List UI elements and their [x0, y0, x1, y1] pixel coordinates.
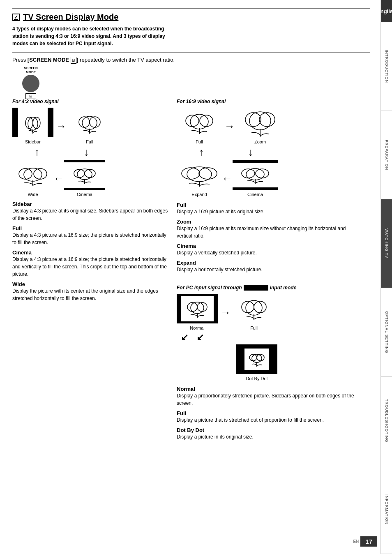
vert-arrows-43: ↑ ↓ [12, 146, 111, 159]
screen-169-cinema [233, 160, 278, 190]
desc-zoom-title: Zoom [177, 219, 362, 225]
desc-expand: Expand Display a horizontally stretched … [177, 260, 362, 273]
desc-pc-full: Full Display a picture that is stretched… [177, 410, 362, 424]
desc-cinema-169-text: Display a vertically stretched picture. [177, 249, 362, 256]
tab-troubleshooting[interactable]: TROUBLESHOOTING [381, 377, 392, 466]
svg-point-25 [182, 168, 200, 179]
desc-full-43: Full Display a 4:3 picture at a 16:9 siz… [12, 225, 168, 246]
arrow-right-169: → [224, 121, 235, 132]
page-footer: EN 17 [353, 536, 377, 547]
desc-sidebar: Sidebar Display a 4:3 picture at its ori… [12, 201, 168, 222]
screen-cinema-inner [64, 162, 105, 188]
tulip-svg-full [75, 111, 104, 134]
intro-text: 4 types of display modes can be selected… [12, 25, 168, 47]
screen-full [69, 108, 110, 137]
cell-pc-normal: Normal [177, 294, 218, 330]
main-content: ✓ TV Screen Display Mode 4 types of disp… [0, 0, 380, 452]
tulip-pc-dot [247, 351, 267, 367]
desc-cinema-43: Cinema Display a 4:3 picture at a 16:9 s… [12, 249, 168, 278]
screen-pc-normal-inner [181, 296, 214, 321]
tab-bar: English INTRODUCTION PREPARATION WATCHIN… [380, 0, 392, 554]
desc-cinema-43-title: Cinema [12, 249, 168, 256]
screen-wide [12, 160, 53, 190]
caption-sidebar: Sidebar [12, 139, 53, 144]
tab-watching-tv[interactable]: WATCHING TV [381, 199, 392, 288]
desc-cinema-169: Cinema Display a vertically stretched pi… [177, 243, 362, 256]
desc-full-169: Full Display a 16:9 picture at its origi… [177, 202, 362, 215]
desc-wide-text: Display the picture with its center at t… [12, 287, 168, 302]
svg-point-9 [19, 169, 32, 179]
svg-point-28 [246, 169, 264, 180]
caption-cinema-43: Cinema [64, 192, 105, 197]
desc-cinema-169-title: Cinema [177, 243, 362, 249]
tulip-169-zoom [242, 106, 279, 139]
two-column-layout: For 4:3 video signal [12, 99, 370, 444]
screen-mode-diagram: SCREENMODE ⊟ [21, 66, 41, 89]
arrow-right-1: → [56, 121, 67, 132]
cell-pc-full: Full [233, 294, 274, 330]
arrow-corner-left: ↙ [181, 332, 188, 343]
screen-mode-button [22, 75, 39, 92]
tab-optional-setting[interactable]: OPTIONAL SETTING [381, 288, 392, 377]
desc-expand-title: Expand [177, 260, 362, 266]
arrow-right-pc: → [220, 307, 231, 318]
desc-zoom: Zoom Display a 16:9 picture at its maxim… [177, 219, 362, 240]
screen-169-full [177, 108, 222, 137]
tulip-svg-wide [12, 164, 53, 187]
desc-expand-text: Display a horizontally stretched picture… [177, 266, 362, 273]
screen-169-cinema-inner [233, 163, 278, 187]
diagram-pc: Normal → [177, 294, 362, 381]
caption-full-43: Full [69, 139, 110, 144]
dot-by-dot-row: Dot By Dot [152, 344, 362, 381]
page-en-label: EN [353, 539, 359, 544]
desc-full-169-title: Full [177, 202, 362, 208]
desc-full-43-title: Full [12, 225, 168, 231]
svg-point-26 [199, 168, 217, 179]
diagram-169: Full → [177, 108, 362, 197]
tulip-169-cinema [237, 165, 274, 185]
cell-pc-dot: Dot By Dot [236, 344, 277, 381]
screen-full-inner [69, 108, 110, 137]
caption-expand: Expand [177, 192, 222, 197]
arrow-down-cinema: ↓ [84, 146, 89, 159]
desc-pc-normal-title: Normal [177, 386, 362, 392]
tab-introduction[interactable]: INTRODUCTION [381, 22, 392, 111]
tab-english[interactable]: English [381, 0, 392, 22]
desc-sidebar-title: Sidebar [12, 201, 168, 207]
svg-point-21 [245, 113, 261, 127]
screen-169-zoom [238, 108, 283, 137]
arrow-left-1: ← [53, 172, 64, 185]
tulip-pc-full [238, 296, 270, 321]
tulip-169-expand [177, 163, 222, 187]
title-text: TV Screen Display Mode [23, 12, 118, 22]
screen-169-expand-inner [177, 160, 222, 190]
caption-full-169: Full [177, 139, 222, 144]
svg-point-20 [249, 112, 271, 130]
desc-pc-dot-text: Display a picture in its original size. [177, 433, 362, 441]
desc-pc-dot: Dot By Dot Display a picture in its orig… [177, 427, 362, 441]
screen-pc-normal [177, 294, 218, 323]
for-pc-text: For PC input signal through [177, 285, 242, 291]
top-row-pc: Normal → [177, 294, 362, 330]
col-right: For 16:9 video signal [177, 99, 362, 444]
caption-cinema-169: Cinema [233, 192, 278, 197]
col-43: For 4:3 video signal [12, 99, 168, 444]
svg-point-22 [259, 113, 275, 127]
keyboard-icon: ⊟ [71, 57, 77, 64]
screen-sidebar-inner [18, 108, 48, 137]
screen-sidebar [12, 108, 53, 137]
screen-pc-full [233, 294, 274, 323]
screen-169-full-inner [177, 108, 222, 137]
cell-full-169: Full [177, 108, 222, 144]
checkbox-icon: ✓ [12, 14, 20, 21]
desc-full-43-text: Display a 4:3 picture at a 16:9 size; th… [12, 231, 168, 246]
tab-preparation[interactable]: PREPARATION [381, 111, 392, 200]
tab-information[interactable]: INFORMATION [381, 465, 392, 554]
arrow-up-wide: ↑ [35, 146, 40, 159]
desc-sidebar-text: Display a 4:3 picture at its original si… [12, 207, 168, 222]
arrow-left-169: ← [222, 172, 233, 185]
caption-pc-normal: Normal [177, 325, 218, 330]
cell-full-43: Full [69, 108, 110, 144]
caption-pc-full: Full [233, 325, 274, 330]
desc-wide-title: Wide [12, 281, 168, 287]
